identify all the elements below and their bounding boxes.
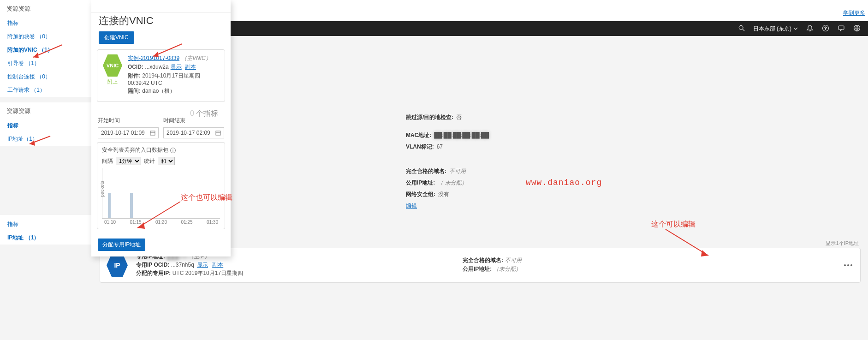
- vnic-name-link[interactable]: 实例-20191017-0839: [128, 55, 179, 61]
- ip-fqdn-value: 不可用: [505, 257, 522, 263]
- edit-link[interactable]: 编辑: [406, 202, 489, 210]
- nsg-label: 网络安全组:: [406, 191, 435, 197]
- sidebar-1: 资源资源 指标 附加的块卷 （0） 附加的VNIC （1） 引导卷 （1） 控制…: [0, 0, 91, 97]
- vnic-info-grid: 跳过源/目的地检查:否 MAC地址:██:██:██:██:██:██ VLAN…: [406, 113, 489, 210]
- attach-label: 附件:: [128, 72, 141, 79]
- compartment-value: daniao（根）: [142, 88, 175, 94]
- annotation-edit-this: 这个可以编辑: [651, 220, 696, 229]
- xtick: 01:10: [104, 220, 116, 225]
- sidebar-item-metrics-3[interactable]: 指标: [0, 218, 91, 231]
- sidebar-item-ip-2[interactable]: IP地址（1）: [0, 132, 91, 146]
- vnic-card: VNIC 附上 实例-20191017-0839（主VNIC） OCID: ..…: [97, 49, 225, 102]
- vnic-overlay: 连接的VNIC 创建VNIC VNIC 附上 实例-20191017-0839（…: [91, 0, 231, 256]
- xtick: 01:15: [130, 220, 141, 225]
- xtick: 01:20: [155, 220, 167, 225]
- vnic-badge-icon: VNIC: [103, 54, 122, 77]
- search-icon[interactable]: [738, 25, 745, 33]
- assign-private-ip-button[interactable]: 分配专用IP地址: [98, 239, 145, 251]
- stat-label: 统计: [144, 157, 155, 165]
- ip-pubip-label: 公用IP地址:: [463, 266, 492, 272]
- metrics-heading: 0 个指标: [190, 109, 218, 119]
- help-icon[interactable]: ?: [822, 24, 829, 33]
- svg-rect-6: [150, 131, 155, 135]
- mac-value: ██:██:██:██:██:██: [434, 132, 489, 138]
- region-label: 日本东部 (东京): [753, 25, 791, 33]
- sidebar-item-boot-volumes[interactable]: 引导卷 （1）: [0, 57, 91, 70]
- alloc-ip-label: 分配的专用IP:: [136, 270, 171, 276]
- svg-rect-8: [216, 131, 220, 135]
- fqdn-label: 完全合格的域名:: [406, 168, 446, 174]
- sidebar-1-title: 资源资源: [0, 0, 91, 17]
- skip-source-value: 否: [456, 114, 462, 120]
- svg-rect-4: [838, 26, 844, 30]
- sidebar-2: 资源资源 指标 IP地址（1）: [0, 102, 91, 146]
- ocid-show-link[interactable]: 显示: [171, 64, 182, 70]
- ip-ocid-value: ...37nh5q: [171, 262, 194, 268]
- ip-badge-icon: IP: [107, 253, 128, 277]
- annotation-edit-also: 这个也可以编辑: [181, 193, 232, 203]
- interval-select[interactable]: 1分钟: [116, 157, 141, 165]
- vlan-label: VLAN标记:: [406, 143, 434, 150]
- pubip-label: 公用IP地址:: [406, 179, 435, 186]
- stat-select[interactable]: 和: [158, 157, 175, 165]
- interval-label: 间隔: [102, 157, 113, 165]
- sidebar-3: 指标 IP地址 （1）: [0, 215, 91, 245]
- chat-icon[interactable]: [838, 24, 845, 33]
- ip-pubip-value: （未分配）: [493, 266, 521, 272]
- vnic-primary-label: （主VNIC）: [181, 55, 211, 61]
- alloc-ip-value: UTC 2019年10月17日星期四: [172, 270, 243, 276]
- chart-ylabel: packets: [100, 181, 105, 197]
- ip-ocid-copy-link[interactable]: 副本: [212, 262, 223, 268]
- region-selector[interactable]: 日本东部 (东京): [753, 25, 798, 33]
- sidebar-item-ip-3[interactable]: IP地址 （1）: [0, 231, 91, 245]
- pubip-value: （ 未分配）: [438, 179, 467, 186]
- ocid-copy-link[interactable]: 副本: [185, 64, 196, 70]
- svg-text:?: ?: [824, 26, 826, 30]
- bell-icon[interactable]: [806, 24, 814, 33]
- vnic-attach-status: 附上: [103, 78, 122, 85]
- ip-ocid-show-link[interactable]: 显示: [197, 262, 208, 268]
- xtick: 01:30: [207, 220, 218, 225]
- chart-title: 安全列表丢弃的入口数据包: [102, 147, 168, 153]
- info-icon[interactable]: i: [170, 148, 176, 153]
- end-time-input[interactable]: 2019-10-17 02:09: [163, 127, 224, 138]
- nsg-value: 没有: [438, 191, 449, 197]
- mac-label: MAC地址:: [406, 132, 431, 138]
- top-header: 日本东部 (东京) ?: [231, 21, 868, 36]
- ip-actions-menu[interactable]: [843, 260, 854, 271]
- chevron-down-icon: [793, 26, 798, 31]
- xtick: 01:25: [181, 220, 192, 225]
- sidebar-item-work-requests[interactable]: 工作请求 （1）: [0, 84, 91, 97]
- compartment-label: 隔间:: [128, 88, 141, 94]
- sidebar-item-metrics-2[interactable]: 指标: [0, 119, 91, 132]
- ocid-label: OCID:: [128, 64, 143, 70]
- ip-fqdn-label: 完全合格的域名:: [463, 257, 503, 263]
- sidebar-item-console-conn[interactable]: 控制台连接 （0）: [0, 70, 91, 84]
- ocid-value: ...xduw2a: [145, 64, 168, 70]
- sidebar-2-title: 资源资源: [0, 102, 91, 119]
- chart-panel: 安全列表丢弃的入口数据包i 间隔 1分钟 统计 和 packets 01:10 …: [97, 142, 225, 229]
- vlan-value: 67: [437, 143, 443, 150]
- start-time-label: 开始时间: [98, 117, 159, 125]
- fqdn-value: 不可用: [449, 168, 466, 174]
- skip-source-label: 跳过源/目的地检查:: [406, 114, 453, 120]
- start-time-input[interactable]: 2019-10-17 01:09: [98, 127, 159, 138]
- sidebar-item-vnics[interactable]: 附加的VNIC （1）: [0, 43, 91, 57]
- svg-point-0: [739, 25, 743, 30]
- overlay-title: 连接的VNIC: [91, 13, 231, 31]
- svg-line-1: [743, 29, 744, 31]
- create-vnic-button[interactable]: 创建VNIC: [99, 31, 134, 44]
- watermark-text: www.daniao.org: [526, 178, 602, 187]
- sidebar-item-block-volumes[interactable]: 附加的块卷 （0）: [0, 30, 91, 43]
- calendar-icon: [215, 130, 221, 136]
- sidebar-item-metrics[interactable]: 指标: [0, 17, 91, 30]
- ip-ocid-label: 专用IP OCID:: [136, 262, 169, 268]
- globe-icon[interactable]: [853, 24, 861, 33]
- calendar-icon: [150, 130, 155, 136]
- learn-more-link[interactable]: 学到更多: [843, 9, 865, 17]
